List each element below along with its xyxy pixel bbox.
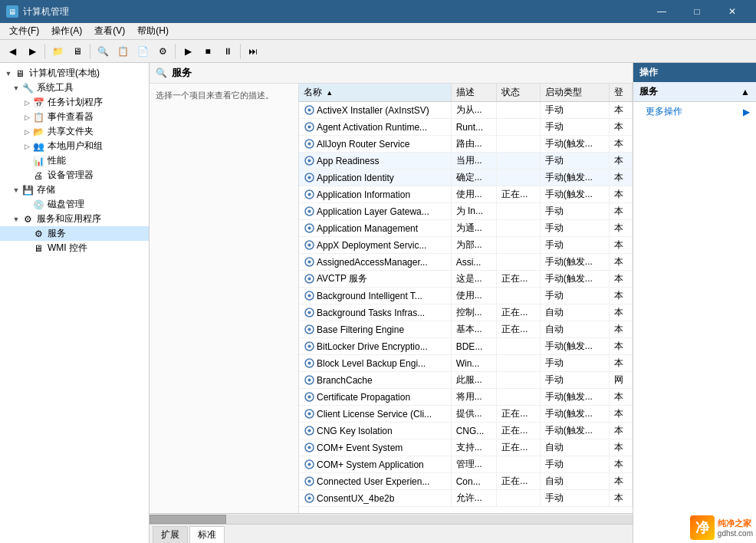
pause-button[interactable]: ⏸ xyxy=(219,42,237,61)
event-viewer-icon: 📋 xyxy=(32,111,44,123)
table-row[interactable]: COM+ System Application管理...手动本 xyxy=(299,456,633,473)
sidebar-item-services[interactable]: ⚙ 服务 xyxy=(0,226,149,241)
table-row[interactable]: COM+ Event System支持...正在...自动本 xyxy=(299,439,633,456)
sidebar-item-event-viewer[interactable]: ▷ 📋 事件查看器 xyxy=(0,110,149,124)
service-desc-cell: Runt... xyxy=(451,119,497,136)
menu-action[interactable]: 操作(A) xyxy=(45,23,88,39)
toolbar-btn-4[interactable]: 📋 xyxy=(113,42,132,61)
description-text: 选择一个项目来查看它的描述。 xyxy=(156,90,274,100)
scrollbar-thumb[interactable] xyxy=(150,515,226,524)
col-header-logon[interactable]: 登 xyxy=(609,84,632,102)
stop-button[interactable]: ■ xyxy=(199,42,217,61)
sidebar-item-performance[interactable]: 📊 性能 xyxy=(0,153,149,168)
col-header-status[interactable]: 状态 xyxy=(497,84,540,102)
svg-point-7 xyxy=(307,160,311,163)
table-row[interactable]: BitLocker Drive Encryptio...BDE...手动(触发.… xyxy=(299,338,633,355)
table-row[interactable]: AVCTP 服务这是...正在...手动(触发...本 xyxy=(299,271,633,288)
toolbar-btn-6[interactable]: ⚙ xyxy=(153,42,172,61)
col-header-name[interactable]: 名称 ▲ xyxy=(299,84,451,102)
service-icon xyxy=(304,274,314,285)
tree-root[interactable]: ▼ 🖥 计算机管理(本地) xyxy=(0,66,149,81)
up-button[interactable]: 📁 xyxy=(48,42,67,61)
watermark-line2: gdhst.com xyxy=(718,529,753,538)
service-name-cell: AssignedAccessManager... xyxy=(299,254,451,271)
sidebar-item-wmi[interactable]: 🖥 WMI 控件 xyxy=(0,241,149,255)
table-row[interactable]: Base Filtering Engine基本...正在...自动本 xyxy=(299,321,633,338)
tab-standard[interactable]: 标准 xyxy=(189,526,225,543)
tab-expand[interactable]: 扩展 xyxy=(153,526,188,543)
service-desc-cell: 确定... xyxy=(451,169,497,186)
close-button[interactable]: ✕ xyxy=(715,0,750,23)
table-row[interactable]: Agent Activation Runtime...Runt...手动本 xyxy=(299,119,633,136)
table-row[interactable]: ActiveX Installer (AxInstSV)为从...手动本 xyxy=(299,102,633,119)
menu-help[interactable]: 帮助(H) xyxy=(131,23,175,39)
tree-expand-system-tools: ▼ xyxy=(11,84,21,92)
sidebar-item-label-wmi: WMI 控件 xyxy=(48,242,87,255)
horizontal-scrollbar[interactable] xyxy=(150,513,633,524)
table-row[interactable]: Application Identity确定...手动(触发...本 xyxy=(299,169,633,186)
sidebar-item-local-users[interactable]: ▷ 👥 本地用户和组 xyxy=(0,139,149,153)
sidebar-item-label-users: 本地用户和组 xyxy=(48,140,103,153)
service-status-cell: 正在... xyxy=(497,423,540,439)
sidebar-item-disk-management[interactable]: 💿 磁盘管理 xyxy=(0,197,149,212)
service-logon-cell: 本 xyxy=(609,321,632,338)
sidebar-item-storage[interactable]: ▼ 💾 存储 xyxy=(0,183,149,197)
service-name-cell: Application Management xyxy=(299,220,451,237)
service-name-cell: AllJoyn Router Service xyxy=(299,136,451,153)
col-header-desc[interactable]: 描述 xyxy=(451,84,497,102)
table-row[interactable]: AllJoyn Router Service路由...手动(触发...本 xyxy=(299,136,633,153)
toolbar-btn-5[interactable]: 📄 xyxy=(133,42,152,61)
play-button[interactable]: ▶ xyxy=(179,42,197,61)
table-row[interactable]: Client License Service (Cli...提供...正在...… xyxy=(299,406,633,423)
service-logon-cell: 本 xyxy=(609,288,632,304)
table-row[interactable]: CNG Key IsolationCNG...正在...手动(触发...本 xyxy=(299,423,633,439)
back-button[interactable]: ◀ xyxy=(3,42,21,61)
services-icon: ⚙ xyxy=(32,228,44,240)
computer-icon: 🖥 xyxy=(14,67,26,80)
service-icon xyxy=(304,443,314,453)
table-row[interactable]: Background Tasks Infras...控制...正在...自动本 xyxy=(299,304,633,321)
service-status-cell xyxy=(497,456,540,473)
show-hide-button[interactable]: 🖥 xyxy=(68,42,87,61)
svg-point-29 xyxy=(307,345,311,348)
table-row[interactable]: Background Intelligent T...使用...手动本 xyxy=(299,288,633,304)
table-row[interactable]: Application Information使用...正在...手动(触发..… xyxy=(299,186,633,203)
services-table-container[interactable]: 名称 ▲ 描述 状态 启动类型 登 ActiveX Installer (AxI… xyxy=(299,84,633,513)
sidebar-item-shared-folders[interactable]: ▷ 📂 共享文件夹 xyxy=(0,124,149,139)
service-status-cell xyxy=(497,237,540,254)
menu-view[interactable]: 查看(V) xyxy=(88,23,131,39)
restart-button[interactable]: ⏭ xyxy=(244,42,262,61)
service-desc-cell: 提供... xyxy=(451,406,497,423)
service-icon xyxy=(304,459,314,470)
toolbar-btn-3[interactable]: 🔍 xyxy=(94,42,112,61)
tree-expand-task: ▷ xyxy=(21,99,32,107)
table-row[interactable]: Block Level Backup Engi...Win...手动本 xyxy=(299,355,633,372)
table-row[interactable]: App Readiness当用...手动本 xyxy=(299,153,633,169)
service-desc-cell: 为部... xyxy=(451,237,497,254)
sidebar-item-system-tools[interactable]: ▼ 🔧 系统工具 xyxy=(0,81,149,95)
local-users-icon: 👥 xyxy=(32,140,44,153)
service-logon-cell: 本 xyxy=(609,355,632,372)
table-row[interactable]: AssignedAccessManager...Assi...手动(触发...本 xyxy=(299,254,633,271)
table-row[interactable]: Application Layer Gatewa...为 In...手动本 xyxy=(299,203,633,220)
forward-button[interactable]: ▶ xyxy=(23,42,41,61)
action-more-actions[interactable]: 更多操作 ▶ xyxy=(633,102,756,121)
sidebar-item-services-apps[interactable]: ▼ ⚙ 服务和应用程序 xyxy=(0,212,149,226)
table-row[interactable]: BranchCache此服...手动网 xyxy=(299,372,633,389)
minimize-button[interactable]: — xyxy=(644,0,679,23)
app-icon: 🖥 xyxy=(6,5,18,18)
maximize-button[interactable]: □ xyxy=(679,0,715,23)
col-header-starttype[interactable]: 启动类型 xyxy=(540,84,609,102)
table-row[interactable]: Application Management为通...手动本 xyxy=(299,220,633,237)
service-icon xyxy=(304,240,314,251)
table-row[interactable]: AppX Deployment Servic...为部...手动本 xyxy=(299,237,633,254)
menu-file[interactable]: 文件(F) xyxy=(3,23,45,39)
sidebar-item-device-manager[interactable]: 🖨 设备管理器 xyxy=(0,168,149,183)
service-icon xyxy=(304,189,314,200)
table-row[interactable]: Connected User Experien...Con...正在...自动本 xyxy=(299,473,633,490)
disk-management-icon: 💿 xyxy=(32,199,44,211)
table-row[interactable]: Certificate Propagation将用...手动(触发...本 xyxy=(299,389,633,406)
sidebar-item-task-scheduler[interactable]: ▷ 📅 任务计划程序 xyxy=(0,95,149,110)
table-row[interactable]: ConsentUX_4be2b允许...手动本 xyxy=(299,490,633,507)
actions-section-services: 服务 ▲ xyxy=(633,82,756,102)
